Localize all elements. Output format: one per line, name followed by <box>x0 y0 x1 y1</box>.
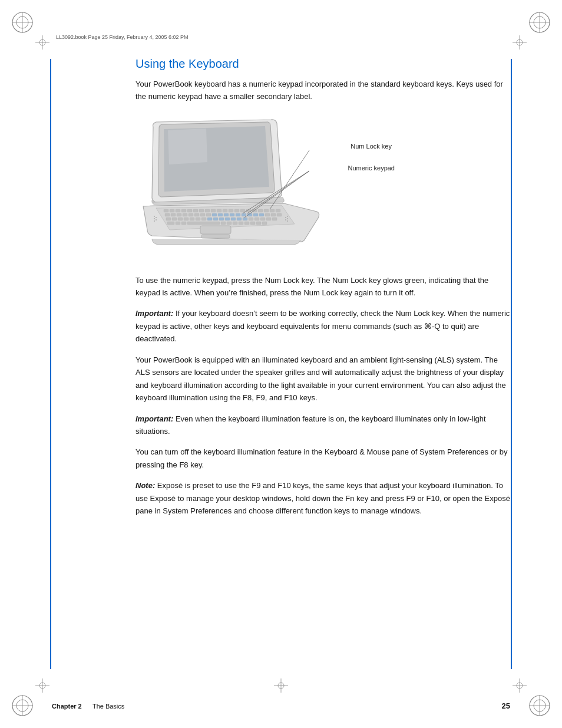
svg-rect-68 <box>265 213 270 216</box>
svg-rect-103 <box>201 235 230 238</box>
svg-rect-41 <box>223 209 227 212</box>
svg-rect-97 <box>239 222 243 225</box>
svg-rect-80 <box>219 218 224 220</box>
svg-rect-85 <box>249 218 253 220</box>
blue-margin-line-left <box>50 59 51 669</box>
svg-rect-76 <box>196 218 200 220</box>
svg-rect-79 <box>213 218 218 220</box>
svg-rect-52 <box>171 213 176 216</box>
svg-rect-64 <box>242 213 246 216</box>
svg-point-107 <box>156 217 157 218</box>
svg-rect-66 <box>253 213 258 216</box>
svg-point-104 <box>154 216 155 217</box>
svg-point-113 <box>285 219 286 220</box>
svg-rect-87 <box>260 218 265 220</box>
footer-chapter-label: Chapter 2 <box>52 703 82 710</box>
svg-rect-33 <box>176 209 180 212</box>
reg-mark-tl <box>35 35 49 50</box>
svg-rect-69 <box>271 213 276 216</box>
svg-rect-75 <box>190 218 194 220</box>
footer-chapter-name: The Basics <box>92 703 124 710</box>
important-label-2: Important: <box>135 414 173 423</box>
svg-rect-31 <box>164 209 168 212</box>
svg-rect-72 <box>172 218 177 220</box>
paragraph-2: Your PowerBook is equipped with an illum… <box>135 354 510 404</box>
footer-page-number: 25 <box>502 701 510 710</box>
main-content: Using the Keyboard Your PowerBook keyboa… <box>135 56 510 681</box>
svg-rect-35 <box>187 209 192 212</box>
svg-rect-98 <box>244 222 249 225</box>
laptop-svg <box>135 115 336 251</box>
corner-decoration-bl <box>11 694 34 717</box>
svg-rect-82 <box>231 218 236 220</box>
svg-rect-71 <box>166 218 171 220</box>
svg-rect-67 <box>259 213 264 216</box>
page-footer: Chapter 2 The Basics 25 <box>52 701 510 710</box>
svg-rect-90 <box>167 222 174 225</box>
svg-rect-39 <box>211 209 216 212</box>
svg-rect-55 <box>189 213 193 216</box>
num-lock-key-label: Num Lock key <box>351 143 392 150</box>
svg-point-108 <box>156 219 157 220</box>
svg-rect-61 <box>224 213 229 216</box>
svg-rect-42 <box>229 209 233 212</box>
svg-rect-92 <box>181 222 186 225</box>
svg-point-106 <box>154 220 155 222</box>
svg-rect-89 <box>272 218 277 220</box>
svg-rect-62 <box>230 213 234 216</box>
svg-rect-57 <box>200 213 205 216</box>
reg-mark-br <box>513 678 527 693</box>
corner-decoration-tr <box>528 11 551 34</box>
intro-paragraph: Your PowerBook keyboard has a numeric ke… <box>135 78 510 103</box>
svg-rect-50 <box>276 209 280 212</box>
svg-rect-77 <box>201 218 206 220</box>
svg-rect-81 <box>225 218 230 220</box>
note-text: Exposé is preset to use the F9 and F10 k… <box>135 481 510 515</box>
numeric-keypad-label: Numeric keypad <box>348 164 395 172</box>
svg-rect-63 <box>236 213 240 216</box>
svg-rect-53 <box>177 213 181 216</box>
svg-point-111 <box>287 220 288 222</box>
svg-rect-47 <box>258 209 263 212</box>
note-label: Note: <box>135 481 155 490</box>
svg-rect-48 <box>264 209 269 212</box>
footer-chapter-info: Chapter 2 The Basics <box>52 703 124 710</box>
svg-rect-96 <box>233 222 237 225</box>
svg-rect-36 <box>193 209 198 212</box>
svg-rect-40 <box>217 209 222 212</box>
important-paragraph-1: Important: If your keyboard doesn’t seem… <box>135 307 510 345</box>
section-title: Using the Keyboard <box>135 56 510 71</box>
svg-point-112 <box>285 217 286 218</box>
page: LL3092.book Page 25 Friday, February 4, … <box>0 0 562 728</box>
svg-rect-78 <box>207 218 212 220</box>
svg-rect-73 <box>178 218 183 220</box>
svg-rect-58 <box>206 213 211 216</box>
svg-rect-49 <box>270 209 275 212</box>
blue-margin-line-right <box>511 59 512 669</box>
svg-rect-38 <box>205 209 210 212</box>
svg-rect-37 <box>199 209 204 212</box>
svg-rect-83 <box>237 218 242 220</box>
svg-point-110 <box>287 218 288 219</box>
svg-point-105 <box>154 218 155 219</box>
svg-rect-99 <box>250 222 255 225</box>
svg-rect-91 <box>176 222 180 225</box>
important-text-2: Even when the keyboard illumination feat… <box>135 414 486 436</box>
svg-rect-44 <box>240 209 245 212</box>
svg-rect-94 <box>221 222 226 225</box>
svg-rect-54 <box>183 213 187 216</box>
svg-rect-60 <box>218 213 223 216</box>
svg-rect-101 <box>262 222 267 225</box>
important-paragraph-2: Important: Even when the keyboard illumi… <box>135 413 510 438</box>
svg-rect-74 <box>184 218 189 220</box>
svg-rect-86 <box>254 218 259 220</box>
svg-point-109 <box>287 216 288 217</box>
laptop-illustration: Num Lock key Numeric keypad <box>135 115 395 256</box>
svg-rect-84 <box>243 218 247 220</box>
svg-rect-51 <box>165 213 170 216</box>
svg-rect-32 <box>170 209 174 212</box>
svg-rect-93 <box>187 222 220 225</box>
important-text-1: If your keyboard doesn’t seem to be work… <box>135 309 510 343</box>
svg-rect-102 <box>200 226 231 234</box>
svg-rect-70 <box>277 213 282 216</box>
